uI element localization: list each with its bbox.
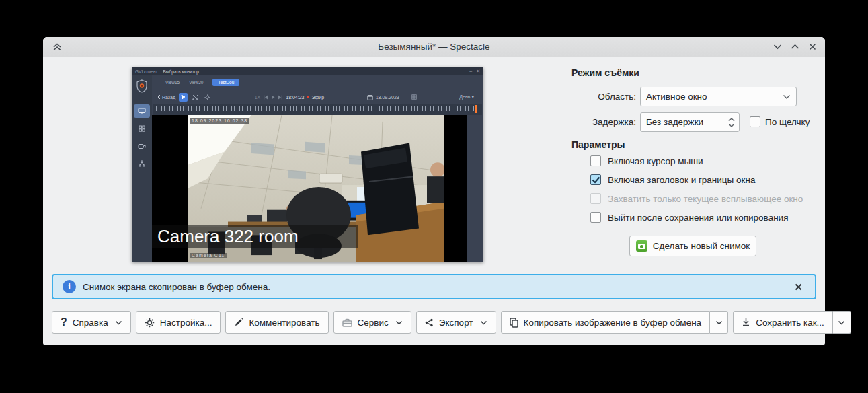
preview-tab-testdou: TestDou [212,79,239,86]
help-label: Справка [73,318,108,328]
preview-back-button: Назад [157,94,175,100]
preview-period-dropdown: День ▾ [459,94,474,100]
chevron-down-icon [783,94,791,100]
info-icon: i [63,280,76,293]
sidebar-monitor-icon [134,104,150,118]
area-value: Активное окно [646,92,707,102]
skip-forward-icon [278,95,283,100]
check-icon [592,176,600,184]
quit-after-save-label: Выйти после сохранения или копирования [608,213,788,223]
copy-label: Копировать изображение в буфер обмена [524,318,702,328]
on-click-checkbox[interactable] [750,116,760,127]
spin-down-icon [728,123,735,127]
close-button[interactable] [803,38,821,56]
help-button[interactable]: ? Справка [52,311,131,334]
take-new-screenshot-label: Сделать новый снимок [653,241,750,251]
chevron-down-icon [395,320,403,325]
sidebar-grid-icon [134,122,150,135]
info-message-text: Снимок экрана скопирован в буфер обмена. [83,282,270,292]
camera-timestamp-overlay: 18.09.2023 16:02:38 [190,118,249,124]
preview-live-indicator: Эфир [307,95,324,100]
minimize-button[interactable] [768,38,786,56]
delay-spinbox[interactable]: Без задержки [640,112,740,132]
close-icon [809,43,816,50]
preview-tabs: View15 View20 TestDou [152,75,483,90]
preview-date: 18.09.2023 [376,95,399,100]
spectacle-camera-icon [636,240,647,252]
preview-app-name: GVI клиент [135,69,158,74]
copy-icon [510,318,518,328]
preview-app-titlebar: GVI клиент Выбрать монитор –✕ [132,67,483,75]
preview-window-title: Выбрать монитор [163,69,199,74]
sidebar-camera-icon [134,139,150,153]
preview-cursor-tool-icon [179,93,188,102]
include-titlebar-checkbox[interactable] [590,174,601,185]
area-combobox[interactable]: Активное окно [640,87,797,106]
shield-logo-icon [136,79,148,93]
close-icon [795,283,802,291]
pencil-icon [234,318,243,327]
preview-sidebar [132,75,152,262]
tools-button[interactable]: Сервис [333,311,411,334]
preview-gear-icon [203,93,212,102]
skip-back-icon [263,95,268,100]
configure-button[interactable]: Настройка... [136,311,221,334]
annotate-label: Комментировать [249,318,319,328]
capture-popup-checkbox [590,193,601,204]
preview-timeline-ruler [153,104,482,115]
chevron-down-icon [115,320,122,325]
copy-to-clipboard-button[interactable]: Копировать изображение в буфер обмена [501,311,711,334]
play-icon [271,95,275,100]
screenshot-preview: GVI клиент Выбрать монитор –✕ [132,67,483,262]
capture-mode-title: Режим съёмки [571,67,639,78]
window-title: Безымянный* — Spectacle [43,42,825,52]
save-split-button: Сохранить как... [733,311,851,334]
delay-value: Без задержки [646,117,703,127]
preview-minimize-icon: – [469,69,472,74]
save-as-button[interactable]: Сохранить как... [733,311,833,334]
live-dot-icon [307,96,309,98]
calendar-icon [367,94,373,100]
share-icon [425,318,434,327]
info-message-bar: i Снимок экрана скопирован в буфер обмен… [52,274,816,299]
info-close-button[interactable] [791,279,805,294]
timeline-position-marker [475,105,477,113]
tools-label: Сервис [358,318,389,328]
gear-icon [145,318,155,328]
preview-close-icon: ✕ [476,69,480,74]
export-button[interactable]: Экспорт [416,311,496,334]
save-dropdown-button[interactable] [833,311,851,334]
chevron-down-icon [480,320,487,325]
maximize-button[interactable] [786,38,803,56]
capture-popup-label: Захватить только текущее всплывающее окн… [608,194,803,204]
spinner-arrows[interactable] [728,118,735,127]
sidebar-tree-icon [134,157,150,170]
options-title: Параметры [571,139,625,150]
copy-dropdown-button[interactable] [710,311,728,334]
toolbox-icon [342,318,352,327]
question-mark-icon: ? [61,316,67,328]
chevron-down-icon [838,320,845,325]
copy-split-button: Копировать изображение в буфер обмена [501,311,729,334]
area-label: Область: [514,92,636,102]
camera-osd-label: Camera C11 [190,253,227,258]
include-pointer-label: Включая курсор мыши [608,156,703,168]
include-titlebar-label: Включая заголовок и границы окна [608,175,755,185]
preview-speed: 1X [255,95,261,100]
preview-video-right-bar [467,115,483,262]
preview-window-buttons: –✕ [469,69,480,74]
camera-name-overlay: Camera 322 room [152,225,358,248]
export-label: Экспорт [439,318,473,328]
chevron-down-icon [773,44,782,50]
include-pointer-checkbox[interactable] [590,155,601,166]
preview-transport-controls: 1X 18:04:23 Эфир [255,95,324,100]
save-as-label: Сохранить как... [756,318,824,328]
annotate-button[interactable]: Комментировать [225,311,328,334]
preview-time: 18:04:23 [286,95,304,100]
bottom-toolbar: ? Справка Настройка... Комментировать Се… [52,311,816,334]
take-new-screenshot-button[interactable]: Сделать новый снимок [629,236,756,256]
delay-label: Задержка: [514,117,636,127]
preview-tab-view20: View20 [189,80,203,85]
preview-date-group: 18.09.2023 [367,94,417,100]
quit-after-save-checkbox[interactable] [590,212,601,223]
